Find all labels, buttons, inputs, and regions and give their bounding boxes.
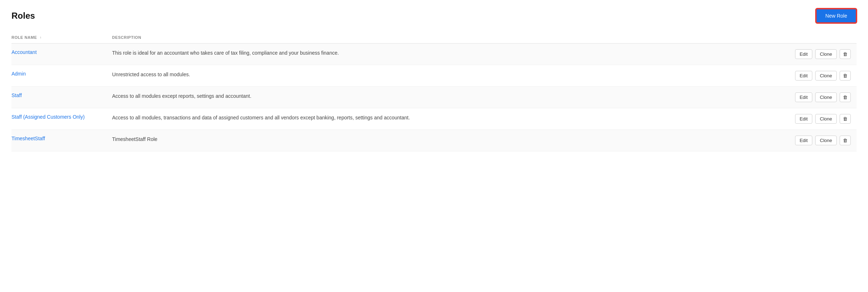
role-actions-cell-admin: EditClone🗑 bbox=[729, 65, 857, 87]
role-actions-cell-accountant: EditClone🗑 bbox=[729, 44, 857, 65]
edit-button-admin[interactable]: Edit bbox=[795, 71, 812, 81]
role-description-accountant: This role is ideal for an accountant who… bbox=[112, 50, 339, 56]
role-description-admin: Unrestricted access to all modules. bbox=[112, 72, 190, 77]
role-description-cell-timesheet-staff: TimesheetStaff Role bbox=[112, 130, 729, 151]
role-description-staff-assigned: Access to all modules, transactions and … bbox=[112, 115, 410, 120]
actions-group-accountant: EditClone🗑 bbox=[794, 49, 851, 59]
role-description-cell-accountant: This role is ideal for an accountant who… bbox=[112, 44, 729, 65]
delete-button-staff-assigned[interactable]: 🗑 bbox=[840, 114, 851, 124]
col-header-description: DESCRIPTION bbox=[112, 32, 729, 44]
role-name-cell-timesheet-staff: TimesheetStaff bbox=[11, 130, 112, 151]
table-header-row: ROLE NAME ↑ DESCRIPTION bbox=[11, 32, 857, 44]
delete-button-staff[interactable]: 🗑 bbox=[840, 92, 851, 102]
clone-button-timesheet-staff[interactable]: Clone bbox=[815, 136, 837, 145]
clone-button-admin[interactable]: Clone bbox=[815, 71, 837, 81]
delete-button-accountant[interactable]: 🗑 bbox=[840, 49, 851, 59]
table-row: AccountantThis role is ideal for an acco… bbox=[11, 44, 857, 65]
role-description-cell-staff-assigned: Access to all modules, transactions and … bbox=[112, 108, 729, 130]
role-description-cell-staff: Access to all modules except reports, se… bbox=[112, 87, 729, 108]
role-description-cell-admin: Unrestricted access to all modules. bbox=[112, 65, 729, 87]
role-description-staff: Access to all modules except reports, se… bbox=[112, 93, 251, 99]
actions-group-timesheet-staff: EditClone🗑 bbox=[794, 136, 851, 145]
roles-table: ROLE NAME ↑ DESCRIPTION AccountantThis r… bbox=[11, 32, 857, 151]
clone-button-accountant[interactable]: Clone bbox=[815, 49, 837, 59]
edit-button-staff[interactable]: Edit bbox=[795, 92, 812, 102]
actions-group-staff: EditClone🗑 bbox=[794, 92, 851, 102]
table-row: AdminUnrestricted access to all modules.… bbox=[11, 65, 857, 87]
role-name-cell-accountant: Accountant bbox=[11, 44, 112, 65]
delete-button-admin[interactable]: 🗑 bbox=[840, 71, 851, 81]
role-link-staff[interactable]: Staff bbox=[11, 92, 22, 98]
role-description-timesheet-staff: TimesheetStaff Role bbox=[112, 136, 157, 142]
table-row: Staff (Assigned Customers Only)Access to… bbox=[11, 108, 857, 130]
clone-button-staff-assigned[interactable]: Clone bbox=[815, 114, 837, 124]
delete-button-timesheet-staff[interactable]: 🗑 bbox=[840, 136, 851, 145]
sort-icon: ↑ bbox=[40, 36, 42, 40]
role-link-staff-assigned[interactable]: Staff (Assigned Customers Only) bbox=[11, 114, 85, 120]
role-name-cell-staff: Staff bbox=[11, 87, 112, 108]
actions-group-staff-assigned: EditClone🗑 bbox=[794, 114, 851, 124]
table-row: StaffAccess to all modules except report… bbox=[11, 87, 857, 108]
new-role-button[interactable]: New Role bbox=[816, 9, 857, 23]
page-title: Roles bbox=[11, 11, 35, 21]
role-link-admin[interactable]: Admin bbox=[11, 71, 26, 77]
edit-button-staff-assigned[interactable]: Edit bbox=[795, 114, 812, 124]
role-actions-cell-staff-assigned: EditClone🗑 bbox=[729, 108, 857, 130]
col-header-role-name: ROLE NAME ↑ bbox=[11, 32, 112, 44]
page-container: Roles New Role ROLE NAME ↑ DESCRIPTION A… bbox=[0, 0, 868, 160]
role-actions-cell-timesheet-staff: EditClone🗑 bbox=[729, 130, 857, 151]
actions-group-admin: EditClone🗑 bbox=[794, 71, 851, 81]
clone-button-staff[interactable]: Clone bbox=[815, 92, 837, 102]
col-header-actions bbox=[729, 32, 857, 44]
role-actions-cell-staff: EditClone🗑 bbox=[729, 87, 857, 108]
table-row: TimesheetStaffTimesheetStaff RoleEditClo… bbox=[11, 130, 857, 151]
page-header: Roles New Role bbox=[11, 9, 857, 23]
edit-button-timesheet-staff[interactable]: Edit bbox=[795, 136, 812, 145]
role-name-cell-staff-assigned: Staff (Assigned Customers Only) bbox=[11, 108, 112, 130]
role-link-accountant[interactable]: Accountant bbox=[11, 49, 37, 55]
edit-button-accountant[interactable]: Edit bbox=[795, 49, 812, 59]
role-name-cell-admin: Admin bbox=[11, 65, 112, 87]
role-link-timesheet-staff[interactable]: TimesheetStaff bbox=[11, 136, 45, 141]
